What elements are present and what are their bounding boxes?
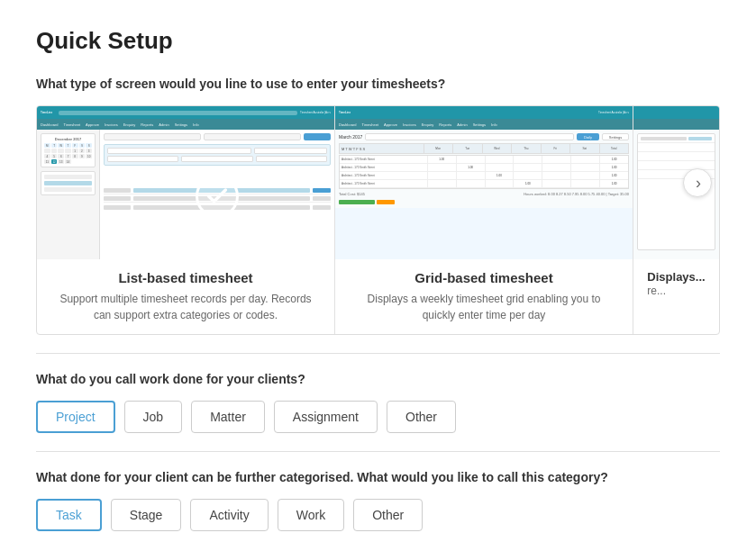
list-card-desc: Support multiple timesheet records per d… xyxy=(51,291,320,323)
option-task[interactable]: Task xyxy=(36,499,102,531)
third-timesheet-card[interactable]: › Displays... re... xyxy=(633,106,719,334)
section2-question: What do you call work done for your clie… xyxy=(36,372,720,386)
third-card-title: Displays... xyxy=(647,270,705,284)
section1-question: What type of screen would you line to us… xyxy=(36,77,720,91)
option-activity[interactable]: Activity xyxy=(190,499,268,531)
timesheet-cards-container: TimeLine Timesheet Australia (Ao v Dashb… xyxy=(36,105,720,335)
grid-card-desc: Displays a weekly timesheet grid enablin… xyxy=(350,291,618,323)
option-stage[interactable]: Stage xyxy=(111,499,182,531)
option-project[interactable]: Project xyxy=(36,401,115,433)
next-card-button[interactable]: › xyxy=(683,168,712,197)
section3-question: What done for your client can be further… xyxy=(36,470,720,484)
list-timesheet-card[interactable]: TimeLine Timesheet Australia (Ao v Dashb… xyxy=(37,106,335,334)
grid-screenshot: TimeLine Timesheet Australia (Ao v Dashb… xyxy=(335,106,633,259)
option-work[interactable]: Work xyxy=(278,499,344,531)
list-screenshot: TimeLine Timesheet Australia (Ao v Dashb… xyxy=(37,106,334,259)
divider-1 xyxy=(36,353,720,354)
grid-timesheet-card[interactable]: TimeLine Timesheet Australia (Ao v Dashb… xyxy=(335,106,633,334)
divider-2 xyxy=(36,451,720,452)
option-job[interactable]: Job xyxy=(124,401,183,433)
grid-card-title: Grid-based timesheet xyxy=(350,270,618,285)
section2-options: Project Job Matter Assignment Other xyxy=(36,401,720,433)
page-title: Quick Setup xyxy=(36,27,720,55)
option-other-1[interactable]: Other xyxy=(387,401,456,433)
chevron-right-icon: › xyxy=(696,174,701,193)
grid-card-text: Grid-based timesheet Displays a weekly t… xyxy=(335,259,633,334)
option-other-2[interactable]: Other xyxy=(353,499,423,531)
list-card-title: List-based timesheet xyxy=(51,270,320,285)
option-matter[interactable]: Matter xyxy=(191,401,265,433)
third-card-desc: re... xyxy=(647,284,705,299)
third-card-text: Displays... re... xyxy=(640,259,712,310)
section3-options: Task Stage Activity Work Other xyxy=(36,499,720,531)
option-assignment[interactable]: Assignment xyxy=(274,401,378,433)
list-card-text: List-based timesheet Support multiple ti… xyxy=(37,259,334,334)
